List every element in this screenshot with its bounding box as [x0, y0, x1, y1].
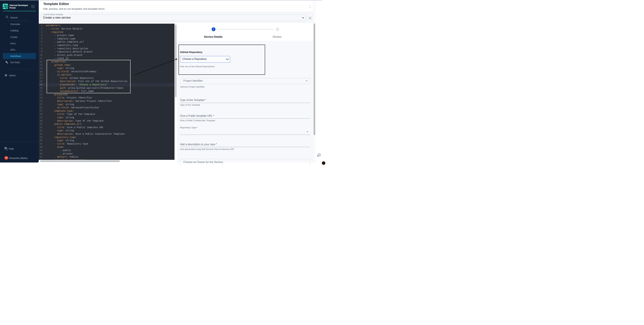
- svg-text:?: ?: [5, 147, 6, 149]
